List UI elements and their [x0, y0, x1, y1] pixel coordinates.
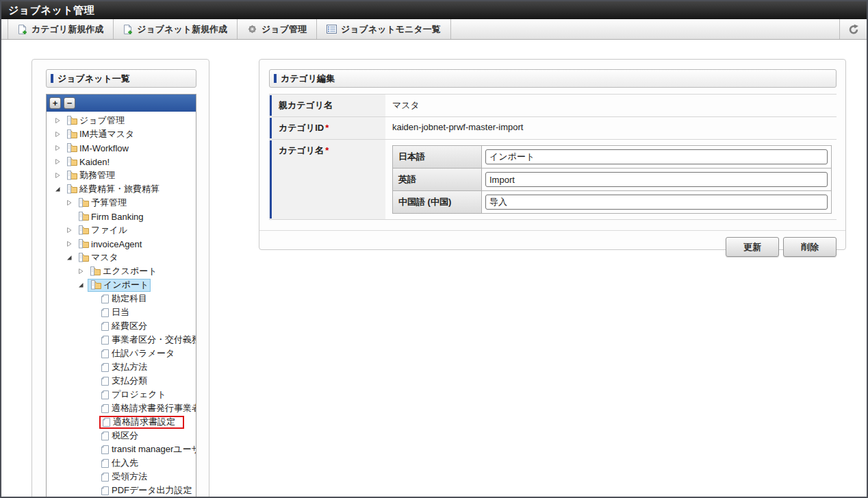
tree-item[interactable]: 支払方法 [47, 360, 196, 374]
tree-item-label: 支払方法 [112, 361, 147, 373]
annotation-box[interactable]: 適格請求書設定 [99, 416, 184, 429]
page-icon [101, 376, 110, 386]
jobnet-list-title: ジョブネット一覧 [58, 73, 130, 85]
tree-node[interactable]: 予算管理 [76, 197, 128, 210]
page-icon [101, 431, 110, 441]
tree-item[interactable]: インポート [47, 278, 196, 292]
tree-item[interactable]: 勤務管理 [47, 169, 196, 182]
tree-item[interactable]: IM-Workflow [47, 141, 196, 155]
expand-arrow-icon[interactable] [55, 131, 64, 138]
tree-item[interactable]: 適格請求書発行事業者 [47, 401, 196, 415]
tree-node[interactable]: ジョブ管理 [64, 114, 126, 127]
tree-item[interactable]: 支払分類 [47, 374, 196, 388]
refresh-button[interactable] [839, 19, 867, 39]
collapse-arrow-icon[interactable] [55, 186, 64, 192]
tree-node[interactable]: プロジェクト [99, 388, 168, 401]
tree-item-label: 勘定科目 [112, 292, 147, 305]
tree-item[interactable]: transit managerユーザ [47, 443, 196, 456]
tree-item[interactable]: 受領方法 [47, 470, 196, 484]
tree-node[interactable]: 事業者区分・交付義務 [99, 334, 196, 347]
tree-node[interactable]: IM-Workflow [64, 142, 130, 155]
delete-button[interactable]: 削除 [783, 237, 837, 257]
jobnet-list-header: ジョブネット一覧 [46, 69, 196, 88]
expand-arrow-icon[interactable] [66, 240, 76, 247]
jobnet-create-button[interactable]: ジョブネット新規作成 [114, 19, 238, 39]
collapse-all-button[interactable]: − [64, 97, 75, 109]
tree-node[interactable]: 適格請求書発行事業者 [99, 402, 196, 415]
jobnet-tree: + − ジョブ管理IM共通マスタIM-WorkflowKaiden!勤務管理経費… [46, 94, 196, 498]
expand-arrow-icon[interactable] [66, 227, 76, 234]
tree-item[interactable]: 経費区分 [47, 319, 196, 333]
tree-item[interactable]: ファイル [47, 223, 196, 237]
tree-item-label: transit managerユーザ [112, 443, 196, 456]
tree-item[interactable]: 勘定科目 [47, 292, 196, 306]
category-create-button[interactable]: カテゴリ新規作成 [8, 19, 114, 39]
tree-item-label: invoiceAgent [91, 239, 142, 249]
tree-item[interactable]: 税区分 [47, 429, 196, 443]
job-manage-button[interactable]: ジョブ管理 [238, 19, 317, 39]
tree-item[interactable]: 仕訳パラメータ [47, 347, 196, 360]
jobnet-monitor-list-button[interactable]: ジョブネットモニタ一覧 [317, 19, 451, 39]
tree-node[interactable]: 受領方法 [99, 471, 149, 484]
tree-node[interactable]: invoiceAgent [76, 238, 143, 251]
tree-node[interactable]: IM共通マスタ [64, 128, 136, 141]
collapse-arrow-icon[interactable] [78, 282, 88, 288]
expand-arrow-icon[interactable] [66, 199, 76, 206]
folder-icon [66, 184, 77, 195]
tree-node[interactable]: Kaiden! [64, 155, 111, 169]
page-icon [101, 445, 110, 455]
expand-arrow-icon[interactable] [55, 145, 64, 151]
category-name-en-cell [482, 169, 831, 190]
tree-node[interactable]: PDFデータ出力設定 [99, 484, 194, 497]
category-id-label: カテゴリID* [269, 117, 385, 139]
tree-node[interactable]: エクスポート [88, 265, 159, 278]
tree-node[interactable]: 勤務管理 [64, 169, 116, 182]
folder-icon [77, 211, 89, 222]
collapse-arrow-icon[interactable] [66, 254, 76, 261]
expand-arrow-icon[interactable] [55, 158, 64, 165]
tree-item[interactable]: プロジェクト [47, 388, 196, 401]
tree-item[interactable]: invoiceAgent [47, 237, 196, 251]
tree-node[interactable]: 支払分類 [99, 375, 149, 388]
tree-node[interactable]: transit managerユーザ [99, 443, 196, 456]
tree-item-label: プロジェクト [112, 388, 166, 401]
tree-item[interactable]: Firm Banking [47, 210, 196, 223]
expand-all-button[interactable]: + [49, 97, 61, 109]
tree-item[interactable]: 仕入先 [47, 456, 196, 470]
tree-item[interactable]: マスタ [47, 251, 196, 264]
tree-node[interactable]: ファイル [76, 224, 129, 237]
category-name-ja-input[interactable] [485, 149, 828, 164]
tree-item[interactable]: 適格請求書設定 [47, 415, 196, 429]
tree-node[interactable]: 日当 [99, 306, 131, 319]
tree-node[interactable]: 経費精算・旅費精算 [64, 183, 161, 196]
tree-node[interactable]: 税区分 [99, 429, 140, 443]
expand-arrow-icon[interactable] [78, 268, 88, 275]
tree-item-label: ジョブ管理 [79, 114, 125, 127]
tree-node[interactable]: 経費区分 [99, 320, 149, 333]
tree-node[interactable]: 仕入先 [99, 457, 140, 470]
tree-item[interactable]: 事業者区分・交付義務 [47, 333, 196, 347]
expand-arrow-icon[interactable] [55, 172, 64, 179]
tree-item[interactable]: IM共通マスタ [47, 127, 196, 141]
page-icon [101, 349, 110, 359]
tree-item[interactable]: 経費精算・旅費精算 [47, 182, 196, 196]
tree-item[interactable]: 予算管理 [47, 196, 196, 210]
tree-node[interactable]: 勘定科目 [99, 292, 149, 306]
category-name-zh-input[interactable] [485, 195, 828, 210]
expand-arrow-icon[interactable] [55, 117, 64, 124]
folder-icon [66, 156, 77, 167]
tree-node-selected[interactable]: インポート [88, 279, 151, 292]
tree-item[interactable]: 日当 [47, 306, 196, 319]
category-name-table-cell: 日本語英語中国語 (中国) [385, 140, 839, 219]
tree-item[interactable]: Kaiden! [47, 155, 196, 169]
tree-item[interactable]: エクスポート [47, 264, 196, 278]
tree-node[interactable]: 仕訳パラメータ [99, 347, 176, 360]
tree-node[interactable]: 支払方法 [99, 361, 149, 374]
tree-item[interactable]: PDFデータ出力設定 [47, 484, 196, 497]
category-name-en-input[interactable] [485, 172, 828, 187]
tree-node[interactable]: Firm Banking [76, 210, 145, 223]
tree-node[interactable]: マスタ [76, 251, 120, 264]
update-button[interactable]: 更新 [726, 237, 779, 257]
tree-item[interactable]: ジョブ管理 [47, 114, 196, 127]
toolbar-button-label: ジョブネットモニタ一覧 [341, 23, 441, 36]
